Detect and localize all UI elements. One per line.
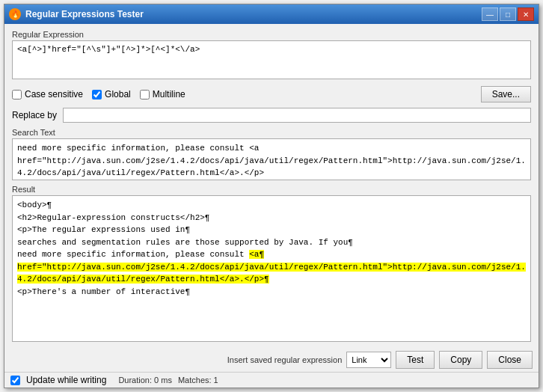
search-text-input[interactable]: need more specific information, please c… — [12, 138, 531, 180]
maximize-button[interactable]: □ — [500, 7, 516, 21]
replace-input[interactable] — [63, 108, 531, 123]
global-group: Global — [92, 89, 131, 99]
close-window-button[interactable]: ✕ — [518, 7, 534, 21]
title-bar-left: 🔥 Regular Expressions Tester — [9, 8, 144, 20]
close-button[interactable]: Close — [487, 351, 533, 369]
copy-button[interactable]: Copy — [439, 351, 482, 369]
window-title: Regular Expressions Tester — [25, 9, 144, 19]
options-row: Case sensitive Global Multiline Save... — [12, 86, 531, 102]
content-area: Regular Expression <a[^>]*href="[^\s"]+"… — [4, 24, 539, 348]
insert-saved-label: Insert saved regular expression — [227, 355, 342, 364]
bottom-bar: Insert saved regular expression Link Tes… — [4, 348, 539, 372]
result-line-4: searches and segmentation rules are thos… — [17, 236, 526, 249]
main-window: 🔥 Regular Expressions Tester — □ ✕ Regul… — [4, 4, 539, 388]
save-button[interactable]: Save... — [481, 86, 531, 102]
minimize-button[interactable]: — — [482, 7, 498, 21]
result-line-8: <p>There's a number of interactive¶ — [17, 286, 526, 298]
case-sensitive-group: Case sensitive — [12, 89, 83, 99]
duration-text: Duration: 0 ms — [118, 376, 172, 385]
multiline-label: Multiline — [153, 89, 185, 99]
case-sensitive-checkbox[interactable] — [12, 90, 22, 99]
result-section: Result <body>¶ <h2>Regular-expression co… — [12, 185, 531, 342]
regex-input[interactable]: <a[^>]*href="[^\s"]+"[^>]*>[^<]*<\/a> — [12, 40, 531, 79]
highlight-start: <a¶ href="http://java.sun.com/j2se/1.4.2… — [17, 250, 526, 284]
title-controls: — □ ✕ — [482, 7, 534, 21]
replace-label: Replace by — [12, 110, 57, 120]
status-bar: Update while writing Duration: 0 ms Matc… — [4, 372, 539, 388]
saved-expression-select[interactable]: Link — [346, 352, 391, 368]
title-bar: 🔥 Regular Expressions Tester — □ ✕ — [4, 4, 539, 24]
case-sensitive-label: Case sensitive — [25, 89, 83, 99]
result-line-2: <h2>Regular-expression constructs</h2>¶ — [17, 212, 526, 224]
replace-row: Replace by — [12, 107, 531, 123]
search-section: Search Text need more specific informati… — [12, 128, 531, 180]
result-line-3: <p>The regular expressions used in¶ — [17, 224, 526, 236]
regex-section-label: Regular Expression — [12, 30, 531, 39]
search-section-label: Search Text — [12, 128, 531, 137]
app-icon: 🔥 — [9, 8, 21, 20]
global-checkbox[interactable] — [92, 90, 102, 99]
update-while-writing-label: Update while writing — [26, 375, 106, 385]
regex-section: Regular Expression <a[^>]*href="[^\s"]+"… — [12, 30, 531, 82]
result-line-5: need more specific information, please c… — [17, 248, 526, 286]
update-while-writing-checkbox[interactable] — [10, 376, 20, 385]
global-label: Global — [105, 89, 131, 99]
result-section-label: Result — [12, 185, 531, 194]
matches-text: Matches: 1 — [178, 376, 218, 385]
test-button[interactable]: Test — [396, 351, 435, 369]
multiline-group: Multiline — [140, 89, 185, 99]
multiline-checkbox[interactable] — [140, 90, 150, 99]
result-line-1: <body>¶ — [17, 199, 526, 212]
result-area: <body>¶ <h2>Regular-expression construct… — [12, 195, 531, 342]
